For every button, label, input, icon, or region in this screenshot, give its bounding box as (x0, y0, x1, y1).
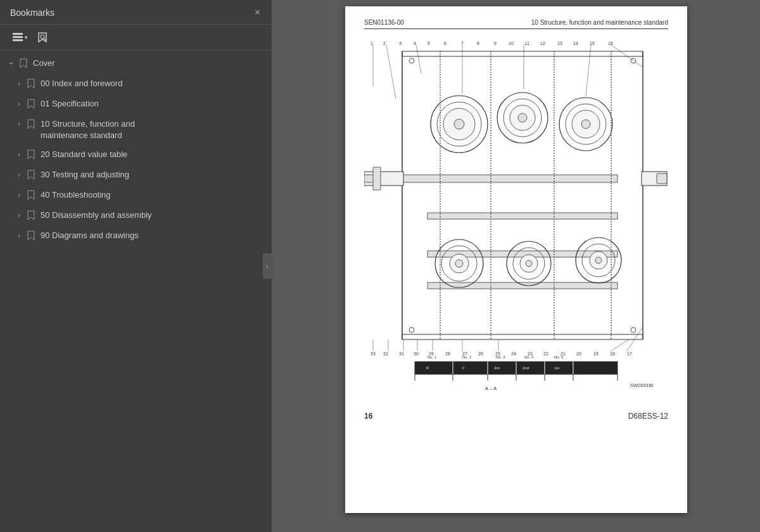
svg-text:12: 12 (540, 41, 545, 46)
chevron-90-diagrams: › (13, 231, 25, 240)
svg-line-4 (44, 39, 46, 41)
chevron-40-troubleshooting: › (13, 191, 25, 200)
svg-text:28: 28 (445, 352, 450, 356)
bookmark-icon-cover (18, 58, 29, 68)
svg-text:R: R (426, 366, 429, 370)
svg-line-98 (627, 327, 643, 351)
svg-text:33: 33 (370, 352, 376, 356)
svg-text:9: 9 (494, 41, 497, 46)
page-diagram: 1 2 3 4 5 6 7 8 9 10 11 12 13 14 15 16 (364, 35, 668, 403)
svg-text:1: 1 (370, 41, 373, 46)
svg-rect-24 (402, 334, 643, 339)
cover-label: Cover (33, 58, 267, 69)
page-header-right: 10 Structure, function and maintenance s… (531, 19, 668, 26)
svg-point-62 (409, 58, 414, 63)
svg-text:No. 1: No. 1 (428, 355, 437, 359)
svg-text:No. 2: No. 2 (462, 355, 472, 359)
svg-text:A – A: A – A (485, 386, 497, 391)
svg-line-67 (386, 45, 396, 99)
svg-text:F: F (462, 366, 465, 370)
svg-text:11: 11 (524, 41, 529, 46)
svg-text:No. 5: No. 5 (554, 355, 564, 359)
svg-text:19: 19 (593, 352, 598, 356)
svg-rect-54 (364, 175, 374, 182)
chevron-30-testing: › (13, 170, 25, 179)
page-number: 16 (364, 412, 372, 421)
svg-text:7: 7 (461, 41, 464, 46)
bookmark-icon-01-specification (25, 99, 37, 109)
svg-text:2: 2 (383, 41, 386, 46)
close-button[interactable]: × (252, 6, 263, 19)
sidebar-item-cover[interactable]: › Cover (0, 53, 272, 73)
bookmark-icon-30-testing (25, 170, 37, 180)
svg-text:26: 26 (478, 352, 483, 356)
svg-text:18: 18 (610, 352, 615, 356)
technical-diagram: 1 2 3 4 5 6 7 8 9 10 11 12 13 14 15 16 (364, 35, 668, 403)
label-30-testing: 30 Testing and adjusting (41, 170, 267, 180)
bookmarks-toolbar: ▾ (0, 25, 272, 51)
sidebar-item-01-specification[interactable]: › 01 Specification (0, 94, 272, 114)
svg-text:8: 8 (477, 41, 479, 46)
svg-rect-1 (13, 36, 23, 38)
chevron-cover: › (5, 59, 18, 68)
svg-line-71 (586, 45, 591, 96)
svg-rect-25 (402, 175, 618, 182)
label-40-troubleshooting: 40 Troubleshooting (41, 190, 267, 201)
svg-text:17: 17 (627, 352, 632, 356)
document-panel: SEN01136-00 10 Structure, function and m… (272, 0, 760, 532)
svg-text:3: 3 (399, 41, 402, 46)
chevron-01-specification: › (13, 99, 25, 108)
page-code: D68ESS-12 (628, 412, 668, 421)
svg-rect-28 (428, 282, 618, 289)
label-50-disassembly: 50 Disassembly and assembly (41, 210, 267, 221)
svg-text:14: 14 (573, 41, 578, 46)
bookmark-icon-40-troubleshooting (25, 190, 37, 200)
svg-text:10: 10 (509, 41, 514, 46)
bookmark-icon-50-disassembly (25, 210, 37, 220)
page-header: SEN01136-00 10 Structure, function and m… (364, 19, 668, 29)
bookmark-icon-90-diagrams (25, 231, 37, 241)
label-90-diagrams: 90 Diagrams and drawings (41, 231, 267, 241)
svg-text:SWO03338: SWO03338 (630, 383, 653, 388)
svg-line-68 (416, 45, 421, 73)
chevron-50-disassembly: › (13, 211, 25, 220)
sidebar-item-10-structure[interactable]: › 10 Structure, function andmaintenance … (0, 114, 272, 144)
svg-text:5: 5 (428, 41, 430, 46)
chevron-20-standard: › (13, 150, 25, 159)
svg-text:30: 30 (414, 352, 419, 356)
svg-point-3 (41, 35, 44, 39)
svg-point-32 (454, 119, 464, 129)
svg-text:No. 4: No. 4 (524, 355, 534, 359)
bookmarks-list: › Cover › 00 Index and foreword (0, 51, 272, 532)
svg-text:31: 31 (399, 352, 404, 356)
page-header-left: SEN01136-00 (364, 19, 404, 26)
sidebar-item-20-standard[interactable]: › 20 Standard value table (0, 144, 272, 165)
bookmarks-panel: Bookmarks × ▾ › (0, 0, 272, 532)
sidebar-item-40-troubleshooting[interactable]: › 40 Troubleshooting (0, 185, 272, 205)
svg-point-64 (409, 327, 414, 332)
sidebar-item-00-index[interactable]: › 00 Index and foreword (0, 73, 272, 94)
svg-text:20: 20 (576, 352, 581, 356)
panel-resize-handle[interactable]: ‹ (263, 253, 272, 279)
bookmarks-header: Bookmarks × (0, 0, 272, 25)
sidebar-item-30-testing[interactable]: › 30 Testing and adjusting (0, 165, 272, 185)
sidebar-item-90-diagrams[interactable]: › 90 Diagrams and drawings (0, 225, 272, 246)
svg-line-97 (611, 339, 629, 351)
svg-text:4: 4 (414, 41, 416, 46)
sidebar-item-50-disassembly[interactable]: › 50 Disassembly and assembly (0, 205, 272, 225)
bookmark-find-button[interactable] (34, 30, 51, 45)
svg-text:24: 24 (511, 352, 516, 356)
page-container: SEN01136-00 10 Structure, function and m… (345, 6, 687, 513)
svg-point-52 (595, 257, 602, 263)
svg-rect-55 (373, 167, 381, 190)
svg-text:13: 13 (557, 41, 562, 46)
label-00-index: 00 Index and foreword (41, 79, 267, 89)
svg-rect-21 (402, 51, 643, 56)
svg-rect-57 (657, 174, 667, 184)
svg-rect-2 (13, 39, 23, 41)
chevron-10-structure: › (13, 119, 25, 128)
svg-text:32: 32 (383, 352, 388, 356)
page-footer: 16 D68ESS-12 (364, 409, 668, 421)
list-view-button[interactable]: ▾ (9, 30, 31, 45)
list-dropdown-arrow: ▾ (25, 34, 28, 41)
